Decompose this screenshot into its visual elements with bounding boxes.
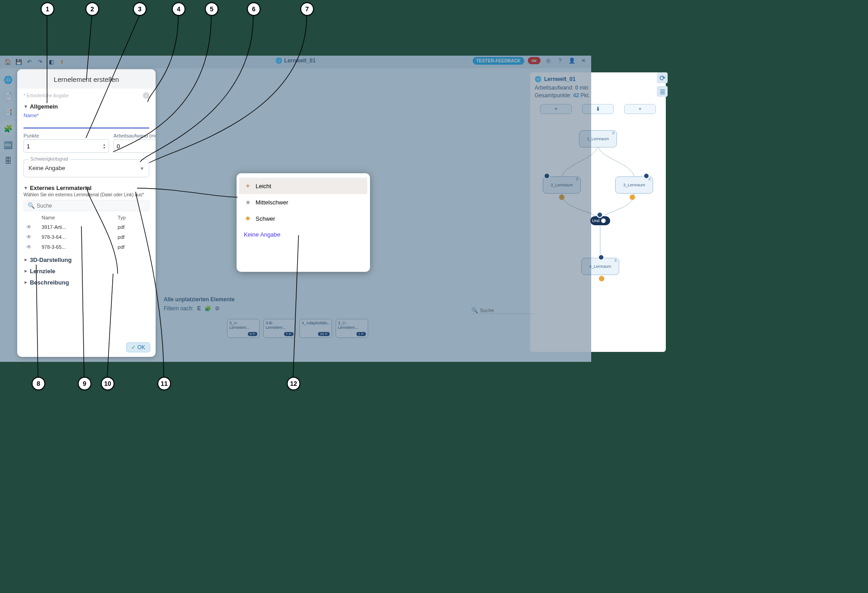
difficulty-option-leicht[interactable]: ✦ Leicht [239, 178, 367, 194]
world-globe-icon: 🌐 [535, 76, 541, 82]
tester-feedback-badge[interactable]: TESTER-FEEDBACK [473, 57, 524, 65]
callout-3: 3 [133, 2, 147, 16]
section-3d[interactable]: ▼ 3D-Darstellung [24, 256, 149, 263]
eye-icon[interactable]: 👁 [26, 234, 32, 240]
external-search-input[interactable] [37, 203, 145, 209]
table-row[interactable]: 👁 978-3-65... pdf [24, 242, 149, 252]
close-app-icon[interactable]: ✕ [579, 57, 588, 65]
difficulty-option-none[interactable]: Keine Angabe [239, 227, 367, 242]
dialog-title: Lernelement erstellen [17, 69, 156, 89]
element-card[interactable]: 4_Adaptivitäts... 20 P. [299, 319, 332, 338]
eye-icon[interactable]: 👁 [26, 244, 32, 250]
caret-right-icon: ▼ [23, 280, 28, 285]
redo-icon[interactable]: ↷ [36, 58, 44, 66]
world-points-value: 42 [573, 92, 579, 99]
table-row[interactable]: 👁 978-3-64... pdf [24, 232, 149, 242]
required-note: * Erforderliche Angabe [24, 93, 69, 98]
port-icon [544, 173, 550, 179]
external-search[interactable]: 🔍 [24, 200, 149, 211]
section-goals[interactable]: ▼ Lernziele [24, 268, 149, 275]
port-icon [598, 254, 604, 261]
difficulty-popover: ✦ Leicht ★ Mittelschwer ✹ Schwer Keine A… [237, 173, 370, 272]
unplaced-search-input[interactable] [480, 308, 535, 313]
filter-icon[interactable]: ⚙ [215, 305, 220, 312]
undo-icon[interactable]: ↶ [25, 58, 33, 66]
materials-table: Name Typ 👁 3917-Arti... pdf 👁 978-3-64..… [24, 213, 149, 252]
node-1[interactable]: X1_Lernraum [579, 130, 617, 147]
world-effort-label: Arbeitsaufwand: [535, 85, 574, 91]
world-add-left-button[interactable]: ＋ [540, 104, 572, 114]
section-external: Externes Lernmaterial [30, 185, 92, 191]
difficulty-option-mittel[interactable]: ★ Mittelschwer [239, 194, 367, 210]
target-icon[interactable]: ◎ [544, 57, 552, 65]
home-icon[interactable]: 🏠 [4, 58, 12, 66]
rail-archive-icon[interactable]: 🗄 [1, 154, 15, 168]
section-desc[interactable]: ▼ Beschreibung [24, 279, 149, 286]
world-effort-unit: min [579, 85, 588, 91]
left-rail: 🌐 📄 📑 🧩 🔤 🗄 [0, 69, 16, 187]
language-badge[interactable]: DE [528, 57, 541, 64]
col-name: Name [39, 213, 115, 222]
add-box-icon[interactable]: ◧ [47, 58, 55, 66]
caret-down-icon[interactable]: ▼ [24, 104, 28, 109]
unplaced-search[interactable]: 🔍 [471, 307, 535, 314]
top-toolbar: 🏠 💾 ↶ ↷ ◧ ⬆ 🌐 Lernwelt_01 TESTER-FEEDBAC… [0, 56, 591, 68]
points-input[interactable] [27, 143, 103, 150]
element-card[interactable]: 3-B-Lernelem... 7 P. [263, 319, 296, 338]
world-canvas[interactable]: X1_Lernraum X2_Lernraum X3_Lernraum Und … [530, 122, 666, 347]
star-icon: ✦ [244, 182, 252, 190]
star-icon: ✹ [244, 215, 252, 222]
difficulty-select[interactable]: Schwierigkeitsgrad Keine Angabe ▼ [24, 159, 149, 177]
points-stepper[interactable]: ▲▼ [24, 139, 109, 153]
element-card[interactable]: 3_A-Lernelem... 5 P. [227, 319, 260, 338]
search-icon: 🔍 [28, 202, 35, 209]
save-icon[interactable]: 💾 [14, 58, 23, 66]
callout-2: 2 [85, 2, 99, 16]
caret-down-icon[interactable]: ▼ [24, 185, 28, 190]
callout-8: 8 [32, 377, 45, 390]
rail-world-icon[interactable]: 🌐 [1, 73, 15, 86]
eye-icon[interactable]: 👁 [26, 224, 32, 230]
port-icon [597, 212, 603, 218]
unplaced-panel: Alle unplatzierten Elemente Filtern nach… [164, 296, 435, 351]
effort-label: Arbeitsaufwand (min) [114, 133, 156, 138]
callout-4: 4 [172, 2, 185, 16]
difficulty-label: Schwierigkeitsgrad [28, 157, 70, 161]
stepper-down-icon[interactable]: ▼ [103, 146, 106, 149]
port-icon [643, 173, 650, 179]
chevron-down-icon: ▼ [140, 166, 144, 171]
world-refresh-icon[interactable]: ⟳ [657, 72, 668, 83]
port-icon [599, 276, 604, 281]
node-2[interactable]: X2_Lernraum [543, 176, 581, 194]
filter-icon[interactable]: 🧩 [204, 305, 211, 312]
check-icon: ✓ [131, 344, 136, 351]
caret-right-icon: ▼ [23, 269, 28, 274]
world-list-icon[interactable]: ≣ [657, 86, 668, 97]
element-card[interactable]: 3_C-Lernelem... 1 P. [336, 319, 368, 338]
effort-stepper[interactable]: ▲▼ [114, 139, 156, 153]
unplaced-title: Alle unplatzierten Elemente [164, 296, 435, 303]
user-icon[interactable]: 👤 [568, 57, 576, 65]
rail-space-icon[interactable]: 📑 [1, 105, 15, 119]
world-points-label: Gesamtpunkte: [535, 92, 571, 99]
callout-10: 10 [101, 377, 114, 390]
filter-icon[interactable]: E [197, 305, 201, 312]
rail-adaptivity-icon[interactable]: 🔤 [1, 138, 15, 152]
rail-content-icon[interactable]: 📄 [1, 89, 15, 103]
world-points-unit: Pkt. [580, 92, 590, 99]
difficulty-option-schwer[interactable]: ✹ Schwer [239, 210, 367, 227]
world-import-button[interactable]: ⬇ [582, 104, 614, 114]
world-edges [530, 122, 666, 347]
publish-icon[interactable]: ⬆ [58, 58, 66, 66]
help-icon[interactable]: ? [556, 57, 564, 65]
rail-element-icon[interactable]: 🧩 [1, 122, 15, 135]
name-input[interactable] [24, 118, 149, 128]
node-3[interactable]: X3_Lernraum [615, 176, 653, 194]
create-element-dialog: Lernelement erstellen * Erforderliche An… [17, 69, 156, 357]
info-icon[interactable]: i [143, 92, 149, 99]
table-row[interactable]: 👁 3917-Arti... pdf [24, 222, 149, 232]
effort-input[interactable] [117, 143, 156, 150]
world-add-right-button[interactable]: ＋ [624, 104, 656, 114]
stepper-up-icon[interactable]: ▲ [103, 143, 106, 146]
ok-button[interactable]: ✓ OK [126, 342, 150, 352]
